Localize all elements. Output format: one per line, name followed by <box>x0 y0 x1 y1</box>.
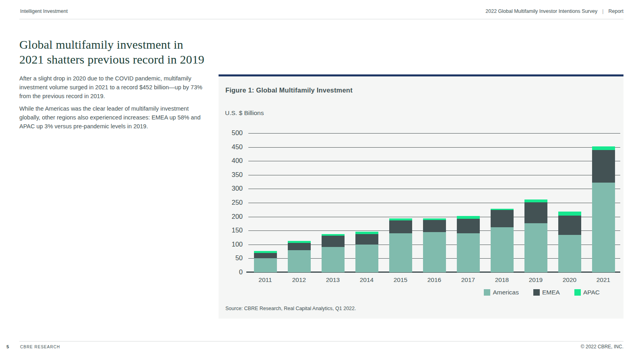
x-tick-2013: 2013 <box>316 276 350 284</box>
bar-slot-2016 <box>417 133 451 272</box>
figure-panel: Figure 1: Global Multifamily Investment … <box>219 74 623 319</box>
y-tick-0: 0 <box>222 268 243 276</box>
x-tick-2012: 2012 <box>282 276 316 284</box>
americas-swatch-icon <box>484 289 490 296</box>
x-axis-labels: 2011201220132014201520162017201820192020… <box>248 276 620 284</box>
figure-title: Figure 1: Global Multifamily Investment <box>225 86 353 94</box>
bar-slot-2021 <box>586 133 620 272</box>
header-separator: | <box>602 8 603 14</box>
stacked-bar-2014 <box>355 232 378 272</box>
x-tick-2016: 2016 <box>417 276 451 284</box>
chart-plot-area: 2011201220132014201520162017201820192020… <box>248 133 620 272</box>
bar-slot-2017 <box>451 133 485 272</box>
bar-segment-emea-2021 <box>592 150 615 182</box>
x-tick-2018: 2018 <box>485 276 519 284</box>
footer-copyright: © 2022 CBRE, INC. <box>581 344 623 350</box>
stacked-bar-2019 <box>524 200 547 272</box>
stacked-bar-2015 <box>389 218 412 272</box>
bar-segment-americas-2015 <box>389 233 412 272</box>
stacked-bar-2013 <box>322 234 345 272</box>
x-tick-2011: 2011 <box>248 276 282 284</box>
article-paragraph-1: After a slight drop in 2020 due to the C… <box>19 74 208 101</box>
bar-segment-americas-2017 <box>457 233 480 272</box>
header-brand-tagline: Intelligent Investment <box>20 8 68 14</box>
x-tick-2021: 2021 <box>586 276 620 284</box>
stacked-bar-2018 <box>491 209 514 272</box>
page-title: Global multifamily investment in 2021 sh… <box>19 37 208 67</box>
x-tick-2020: 2020 <box>553 276 586 284</box>
y-tick-250: 250 <box>222 199 243 206</box>
y-tick-50: 50 <box>222 255 243 262</box>
header-report-title: 2022 Global Multifamily Investor Intenti… <box>485 8 597 14</box>
stacked-bar-2012 <box>288 241 311 272</box>
bar-segment-emea-2015 <box>389 220 412 234</box>
bar-segment-emea-2012 <box>288 243 311 251</box>
bar-segment-americas-2014 <box>355 245 378 272</box>
stacked-bar-2021 <box>592 146 615 272</box>
bar-segment-americas-2019 <box>524 223 547 273</box>
bar-slot-2018 <box>485 133 519 272</box>
emea-swatch-icon <box>533 289 540 296</box>
bar-segment-emea-2019 <box>524 202 547 223</box>
y-tick-200: 200 <box>222 213 243 220</box>
header-report-label: Report <box>608 8 623 14</box>
y-tick-350: 350 <box>222 171 243 179</box>
footer-divider <box>19 341 623 341</box>
legend-item-americas: Americas <box>484 289 519 296</box>
bar-segment-americas-2013 <box>322 247 345 272</box>
x-tick-2014: 2014 <box>350 276 384 284</box>
report-page: Intelligent Investment 2022 Global Multi… <box>0 0 644 362</box>
stacked-bar-2016 <box>423 218 446 272</box>
stacked-bar-2020 <box>558 212 581 272</box>
legend-label-apac: APAC <box>583 289 600 296</box>
y-tick-100: 100 <box>222 241 243 248</box>
bar-slot-2011 <box>248 133 282 272</box>
y-tick-400: 400 <box>222 157 243 165</box>
header-right: 2022 Global Multifamily Investor Intenti… <box>485 8 623 14</box>
stacked-bar-2017 <box>457 216 480 272</box>
legend-item-emea: EMEA <box>533 289 560 296</box>
article-body: After a slight drop in 2020 due to the C… <box>19 74 208 134</box>
bar-segment-americas-2012 <box>288 250 311 272</box>
bar-slot-2020 <box>553 133 586 272</box>
bar-segment-emea-2013 <box>322 236 345 247</box>
bar-segment-emea-2018 <box>491 210 514 227</box>
header-divider <box>19 19 623 19</box>
x-tick-2017: 2017 <box>451 276 485 284</box>
bar-slot-2013 <box>316 133 350 272</box>
bar-segment-apac-2017 <box>457 216 480 219</box>
legend-label-emea: EMEA <box>542 289 560 296</box>
bar-segment-emea-2016 <box>423 220 446 232</box>
bars-row <box>248 133 620 272</box>
bar-segment-apac-2021 <box>592 146 615 150</box>
y-tick-300: 300 <box>222 185 243 193</box>
legend-item-apac: APAC <box>574 289 600 296</box>
bar-segment-apac-2020 <box>558 212 581 216</box>
bar-segment-americas-2018 <box>491 227 514 272</box>
y-tick-450: 450 <box>222 143 243 151</box>
bar-segment-apac-2019 <box>524 200 547 202</box>
footer-brand: CBRE RESEARCH <box>20 345 60 349</box>
bar-segment-americas-2020 <box>558 235 581 272</box>
bar-segment-emea-2014 <box>355 234 378 245</box>
article-paragraph-2: While the Americas was the clear leader … <box>19 104 208 131</box>
bar-segment-americas-2021 <box>592 183 615 273</box>
bar-segment-emea-2020 <box>558 216 581 235</box>
legend-label-americas: Americas <box>493 289 519 296</box>
bar-slot-2014 <box>350 133 384 272</box>
figure-source: Source: CBRE Research, Real Capital Anal… <box>225 306 356 311</box>
x-tick-2019: 2019 <box>519 276 553 284</box>
page-number: 5 <box>6 344 9 349</box>
bar-slot-2015 <box>384 133 417 272</box>
chart-legend: Americas EMEA APAC <box>484 289 600 296</box>
bar-segment-americas-2016 <box>423 232 446 272</box>
bar-segment-americas-2011 <box>254 258 277 272</box>
bar-segment-emea-2011 <box>254 253 277 258</box>
y-tick-150: 150 <box>222 226 243 234</box>
stacked-bar-2011 <box>254 251 277 272</box>
bar-slot-2019 <box>519 133 553 272</box>
bar-slot-2012 <box>282 133 316 272</box>
apac-swatch-icon <box>574 289 581 296</box>
x-tick-2015: 2015 <box>384 276 417 284</box>
y-tick-500: 500 <box>222 129 243 137</box>
